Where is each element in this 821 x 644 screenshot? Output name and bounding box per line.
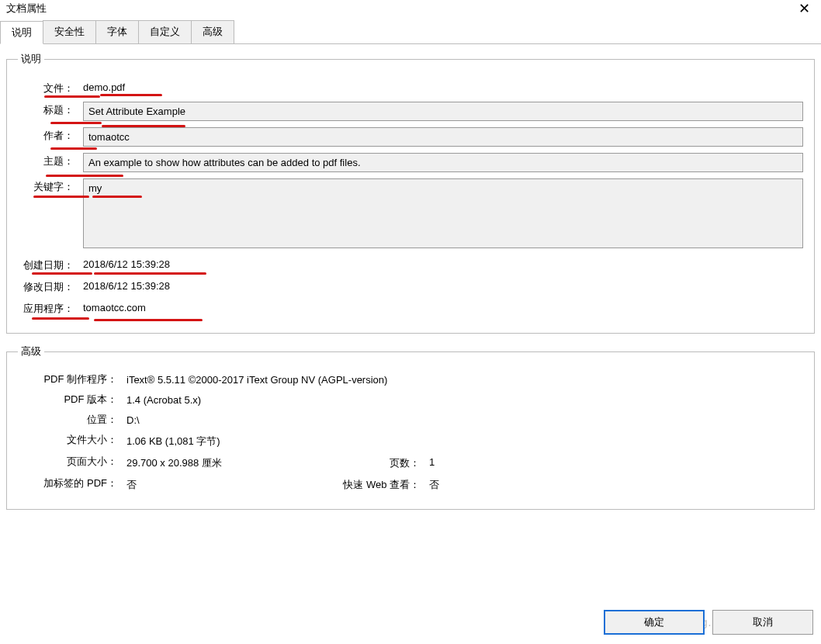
- annotation-mark: [100, 94, 162, 96]
- value-pagesize: 29.700 x 20.988 厘米: [126, 456, 320, 470]
- row-file: 文件： demo.pdf: [18, 80, 803, 95]
- row-author: 作者：: [18, 127, 803, 147]
- value-location: D:\: [126, 413, 803, 426]
- label-version: PDF 版本：: [18, 393, 126, 407]
- label-filesize: 文件大小：: [18, 433, 126, 447]
- row-producer: PDF 制作程序： iText® 5.5.11 ©2000-2017 iText…: [18, 372, 803, 386]
- value-pagesize-group: 29.700 x 20.988 厘米 页数： 1: [126, 455, 803, 470]
- label-pages: 页数：: [320, 456, 429, 470]
- input-title[interactable]: [83, 102, 803, 121]
- input-subject[interactable]: [83, 153, 803, 172]
- content-area: 说明 文件： demo.pdf 标题： 作者： 主题： 关键字： my: [0, 44, 821, 510]
- group-advanced: 高级 PDF 制作程序： iText® 5.5.11 ©2000-2017 iT…: [6, 345, 815, 510]
- value-pages: 1: [429, 456, 476, 470]
- row-tagged: 加标签的 PDF： 否 快速 Web 查看： 否: [18, 476, 803, 492]
- group-description: 说明 文件： demo.pdf 标题： 作者： 主题： 关键字： my: [6, 52, 815, 334]
- ok-button[interactable]: 确定: [604, 610, 705, 635]
- button-row: 确定 取消: [604, 610, 813, 635]
- row-subject: 主题：: [18, 153, 803, 172]
- value-file: demo.pdf: [83, 80, 803, 93]
- row-location: 位置： D:\: [18, 413, 803, 427]
- window-title: 文档属性: [6, 2, 47, 16]
- label-fastweb: 快速 Web 查看：: [320, 478, 429, 492]
- tab-security[interactable]: 安全性: [43, 20, 96, 43]
- annotation-mark: [44, 95, 100, 98]
- annotation-mark: [94, 272, 206, 275]
- label-title: 标题：: [18, 102, 83, 117]
- cancel-button[interactable]: 取消: [712, 610, 813, 635]
- annotation-mark: [50, 147, 97, 150]
- annotation-mark: [46, 175, 123, 177]
- input-author[interactable]: [83, 127, 803, 147]
- label-tagged: 加标签的 PDF：: [18, 476, 126, 490]
- tab-advanced[interactable]: 高级: [191, 20, 234, 43]
- titlebar: 文档属性 ✕: [0, 0, 821, 17]
- value-application: tomaotcc.com: [83, 300, 803, 313]
- label-author: 作者：: [18, 127, 83, 143]
- group-advanced-legend: 高级: [18, 345, 44, 358]
- label-created: 创建日期：: [18, 257, 83, 272]
- row-title: 标题：: [18, 102, 803, 121]
- row-filesize: 文件大小： 1.06 KB (1,081 字节): [18, 433, 803, 448]
- annotation-mark: [50, 122, 102, 124]
- row-pagesize: 页面大小： 29.700 x 20.988 厘米 页数： 1: [18, 455, 803, 470]
- annotation-mark: [32, 317, 89, 320]
- tab-custom[interactable]: 自定义: [138, 20, 192, 43]
- value-created: 2018/6/12 15:39:28: [83, 257, 803, 270]
- value-producer: iText® 5.5.11 ©2000-2017 iText Group NV …: [126, 372, 803, 386]
- label-subject: 主题：: [18, 153, 83, 168]
- input-keywords[interactable]: my: [83, 178, 803, 248]
- label-pagesize: 页面大小：: [18, 455, 126, 469]
- value-modified: 2018/6/12 15:39:28: [83, 279, 803, 292]
- annotation-mark: [33, 196, 89, 198]
- tab-description[interactable]: 说明: [0, 21, 43, 44]
- row-keywords: 关键字： my: [18, 178, 803, 251]
- tab-strip: 说明 安全性 字体 自定义 高级: [0, 20, 821, 44]
- annotation-mark: [32, 272, 92, 275]
- value-filesize: 1.06 KB (1,081 字节): [126, 433, 803, 448]
- value-fastweb: 否: [429, 478, 476, 492]
- label-modified: 修改日期：: [18, 279, 83, 294]
- label-file: 文件：: [18, 80, 83, 95]
- row-modified: 修改日期： 2018/6/12 15:39:28: [18, 279, 803, 294]
- value-tagged-group: 否 快速 Web 查看： 否: [126, 476, 803, 492]
- label-application: 应用程序：: [18, 300, 83, 316]
- row-version: PDF 版本： 1.4 (Acrobat 5.x): [18, 393, 803, 407]
- value-version: 1.4 (Acrobat 5.x): [126, 393, 803, 406]
- close-icon[interactable]: ✕: [794, 2, 815, 16]
- value-tagged: 否: [126, 478, 320, 492]
- tab-fonts[interactable]: 字体: [95, 20, 139, 43]
- annotation-mark: [94, 319, 203, 321]
- row-application: 应用程序： tomaotcc.com: [18, 300, 803, 316]
- label-keywords: 关键字：: [18, 178, 83, 194]
- row-created: 创建日期： 2018/6/12 15:39:28: [18, 257, 803, 272]
- label-producer: PDF 制作程序：: [18, 372, 126, 386]
- label-location: 位置：: [18, 413, 126, 427]
- group-description-legend: 说明: [18, 52, 44, 66]
